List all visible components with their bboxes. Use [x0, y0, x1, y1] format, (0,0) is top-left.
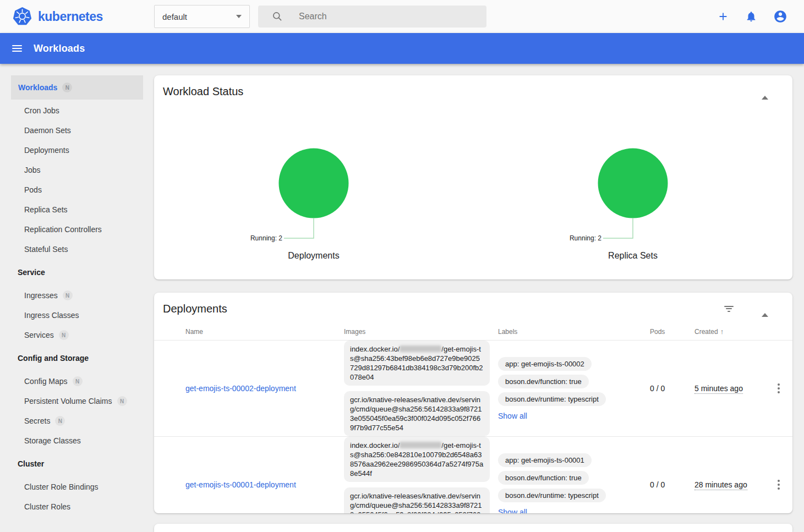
- label-chip: boson.dev/runtime: typescript: [498, 489, 606, 502]
- sidebar-item-workloads[interactable]: Workloads N: [11, 75, 143, 100]
- deployment-name-link[interactable]: get-emojis-ts-00002-deployment: [185, 384, 296, 393]
- sidebar-item-jobs[interactable]: Jobs: [0, 160, 154, 180]
- collapse-card-button[interactable]: [760, 302, 770, 315]
- sidebar: Workloads N Cron Jobs Daemon Sets Deploy…: [0, 64, 154, 532]
- search-bar[interactable]: [258, 6, 486, 28]
- sort-ascending-icon: [720, 327, 724, 336]
- kubernetes-logo-icon: [12, 7, 32, 26]
- page-title: Workloads: [34, 43, 85, 54]
- card-title: Workload Status: [163, 85, 243, 98]
- card-title: Deployments: [163, 303, 227, 315]
- menu-icon[interactable]: [12, 43, 22, 53]
- container-image-chip: index.docker.io//get-emojis-ts@sha256:0e…: [344, 437, 490, 482]
- chart-title: Replica Sets: [608, 251, 658, 261]
- sidebar-item-ingress-classes[interactable]: Ingress Classes: [0, 305, 154, 325]
- pods-count: 0 / 0: [650, 480, 694, 489]
- pie-legend-label: Running: 2: [250, 234, 282, 242]
- label-chip: boson.dev/function: true: [498, 471, 589, 485]
- sidebar-item-secrets[interactable]: Secrets N: [0, 411, 154, 431]
- pie-chart-svg: Running: 2: [550, 133, 715, 245]
- search-input[interactable]: [298, 11, 463, 22]
- new-badge: N: [59, 330, 69, 340]
- new-badge: N: [55, 416, 65, 426]
- label-chip: app: get-emojis-ts-00002: [498, 357, 592, 371]
- sidebar-item-stateful-sets[interactable]: Stateful Sets: [0, 239, 154, 259]
- account-icon: [773, 9, 787, 24]
- chart-title: Deployments: [288, 251, 339, 261]
- created-timestamp[interactable]: 28 minutes ago: [694, 480, 747, 490]
- brand-logo[interactable]: kubernetes: [0, 7, 154, 26]
- brand-name: kubernetes: [38, 9, 103, 24]
- sidebar-item-replica-sets[interactable]: Replica Sets: [0, 200, 154, 220]
- pods-count: 0 / 0: [650, 384, 694, 393]
- created-timestamp[interactable]: 5 minutes ago: [694, 384, 743, 394]
- label-chip: boson.dev/runtime: typescript: [498, 392, 606, 406]
- collapse-card-button[interactable]: [760, 85, 770, 98]
- row-actions-menu-button[interactable]: [775, 478, 782, 492]
- topbar: kubernetes default: [0, 0, 804, 33]
- sidebar-item-daemon-sets[interactable]: Daemon Sets: [0, 120, 154, 140]
- new-badge: N: [73, 376, 83, 386]
- column-header-labels[interactable]: Labels: [498, 328, 650, 336]
- namespace-value: default: [162, 12, 187, 21]
- pie-chart-svg: Running: 2: [231, 133, 396, 245]
- label-chip: boson.dev/function: true: [498, 375, 589, 388]
- column-header-images[interactable]: Images: [344, 328, 498, 336]
- sidebar-item-persistent-volume-claims[interactable]: Persistent Volume Claims N: [0, 391, 154, 411]
- pie-legend-label: Running: 2: [570, 234, 601, 242]
- sidebar-item-pods[interactable]: Pods: [0, 180, 154, 200]
- redacted-registry-user: [400, 442, 441, 448]
- sidebar-item-deployments[interactable]: Deployments: [0, 140, 154, 160]
- container-image-chip: index.docker.io//get-emojis-ts@sha256:43…: [344, 341, 490, 386]
- deployment-name-link[interactable]: get-emojis-ts-00001-deployment: [185, 480, 296, 489]
- filter-list-icon: [724, 306, 734, 312]
- sidebar-item-cluster-roles[interactable]: Cluster Roles: [0, 497, 154, 517]
- replica-sets-pie-chart: Running: 2 Replica Sets: [473, 133, 792, 261]
- column-header-pods[interactable]: Pods: [650, 328, 694, 336]
- chevron-up-icon: [762, 86, 768, 100]
- main-content: Workload Status Running: 2 Deployments: [154, 64, 804, 532]
- new-badge: N: [117, 396, 127, 406]
- sidebar-item-label: Workloads: [18, 83, 57, 92]
- sidebar-item-storage-classes[interactable]: Storage Classes: [0, 431, 154, 451]
- new-badge: N: [63, 290, 73, 300]
- notifications-button[interactable]: [745, 10, 757, 23]
- search-icon: [272, 11, 283, 22]
- sidebar-item-ingresses[interactable]: Ingresses N: [0, 286, 154, 305]
- bell-icon: [745, 10, 757, 23]
- new-badge: N: [62, 83, 72, 92]
- namespace-selector[interactable]: default: [154, 5, 250, 28]
- sidebar-item-replication-controllers[interactable]: Replication Controllers: [0, 220, 154, 239]
- deployment-row: get-emojis-ts-00002-deployment index.doc…: [154, 341, 792, 437]
- row-actions-menu-button[interactable]: [775, 381, 782, 396]
- deployments-card: Deployments Name Images Labels Pods: [154, 293, 792, 513]
- label-chip: app: get-emojis-ts-00001: [498, 453, 592, 467]
- sidebar-item-config-maps[interactable]: Config Maps N: [0, 371, 154, 391]
- sidebar-item-services[interactable]: Services N: [0, 325, 154, 345]
- table-header: Name Images Labels Pods Created: [154, 323, 792, 341]
- deployment-row: get-emojis-ts-00001-deployment index.doc…: [154, 437, 792, 513]
- container-image-chip: gcr.io/knative-releases/knative.dev/serv…: [344, 487, 490, 513]
- appbar: Workloads: [0, 33, 804, 64]
- sidebar-section-config-and-storage: Config and Storage: [0, 348, 154, 368]
- show-all-labels-link[interactable]: Show all: [498, 508, 527, 514]
- chevron-up-icon: [762, 304, 768, 317]
- sidebar-item-cron-jobs[interactable]: Cron Jobs: [0, 101, 154, 120]
- sidebar-item-cluster-role-bindings[interactable]: Cluster Role Bindings: [0, 477, 154, 497]
- user-profile-button[interactable]: [773, 9, 787, 24]
- filter-button[interactable]: [724, 303, 734, 315]
- redacted-registry-user: [400, 345, 441, 352]
- kubernetes-dashboard: kubernetes default: [0, 0, 804, 532]
- pie-slice-running: [598, 149, 668, 218]
- show-all-labels-link[interactable]: Show all: [498, 412, 527, 420]
- sidebar-section-service: Service: [0, 262, 154, 282]
- pie-slice-running: [279, 149, 349, 218]
- column-header-created[interactable]: Created: [694, 327, 765, 336]
- chevron-down-icon: [236, 15, 242, 18]
- sidebar-section-cluster: Cluster: [0, 454, 154, 474]
- column-header-name[interactable]: Name: [185, 328, 344, 336]
- next-card-partial: [154, 524, 792, 532]
- container-image-chip: gcr.io/knative-releases/knative.dev/serv…: [344, 391, 490, 436]
- create-resource-button[interactable]: [717, 10, 729, 23]
- workload-status-card: Workload Status Running: 2 Deployments: [154, 75, 792, 279]
